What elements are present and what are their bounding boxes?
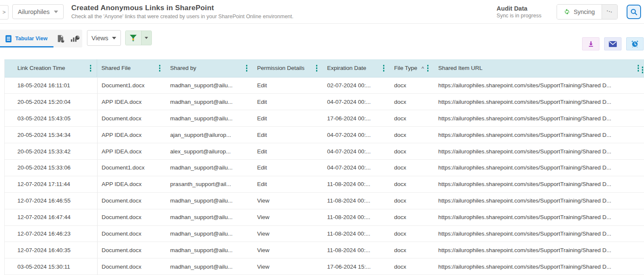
report-table-container: Link Creation TimeShared FileShared byPe… bbox=[4, 59, 644, 275]
cell-link-creation-time: 20-05-2024 15:33:06 bbox=[5, 159, 97, 176]
filter-button[interactable] bbox=[126, 31, 141, 45]
export-download-button[interactable] bbox=[582, 37, 599, 50]
cell-file-type: docx bbox=[390, 242, 434, 258]
column-menu-icon[interactable] bbox=[315, 64, 319, 73]
column-header-permission-details[interactable]: Permission Details bbox=[253, 59, 323, 77]
column-menu-icon[interactable] bbox=[426, 64, 430, 73]
cell-expiration-date: 04-07-2024 00:... bbox=[323, 127, 390, 143]
bar-pie-chart-icon bbox=[70, 34, 80, 43]
table-row: 03-05-2024 15:30:11Document.docxmadhan_s… bbox=[5, 258, 644, 275]
cell-link-creation-time: 12-07-2024 16:46:55 bbox=[5, 192, 97, 209]
cell-file-type: docx bbox=[390, 225, 434, 242]
ellipsis-icon: ••• bbox=[606, 9, 613, 14]
cell-shared-file: Document.docx bbox=[97, 192, 166, 209]
table-row: 12-07-2024 17:11:44APP IDEA.docxprasanth… bbox=[5, 176, 644, 192]
cell-permission-details: View bbox=[253, 242, 323, 258]
cell-shared-file: Document.docx bbox=[97, 225, 166, 242]
cell-permission-details: View bbox=[253, 209, 323, 225]
table-row: 12-07-2024 16:46:55Document.docxmadhan_s… bbox=[5, 192, 644, 209]
cell-expiration-date: 11-08-2024 00:... bbox=[323, 225, 390, 242]
search-button[interactable] bbox=[627, 5, 641, 19]
cell-permission-details: Edit bbox=[253, 77, 323, 94]
cell-file-type: docx bbox=[390, 258, 434, 275]
column-menu-icon[interactable] bbox=[637, 64, 640, 73]
column-header-label: Shared by bbox=[170, 65, 196, 71]
column-header-shared-item-url[interactable]: Shared Item URL bbox=[434, 59, 644, 77]
cell-shared-by: madhan_support@ailu... bbox=[166, 209, 253, 225]
schedule-report-button[interactable] bbox=[626, 37, 644, 50]
sort-ascending-icon[interactable]: ^ bbox=[421, 66, 424, 71]
cell-permission-details: View bbox=[253, 225, 323, 242]
envelope-icon bbox=[609, 41, 617, 47]
cell-link-creation-time: 20-05-2024 15:20:04 bbox=[5, 94, 97, 110]
syncing-button-label: Syncing bbox=[574, 8, 595, 15]
column-header-link-creation-time[interactable]: Link Creation Time bbox=[5, 59, 97, 77]
column-menu-icon[interactable] bbox=[89, 64, 92, 73]
table-row: 20-05-2024 15:33:06Document1.docxmadhan_… bbox=[5, 159, 644, 176]
cell-shared-file: APP IDEA.docx bbox=[97, 143, 166, 160]
report-table: Link Creation TimeShared FileShared byPe… bbox=[5, 59, 644, 275]
table-row: 12-07-2024 16:46:23Document.docxmadhan_s… bbox=[5, 225, 644, 242]
cell-file-type: docx bbox=[390, 209, 434, 225]
cell-link-creation-time: 12-07-2024 16:47:44 bbox=[5, 209, 97, 225]
view-tabstrip: Tabular View bbox=[0, 30, 82, 47]
cell-permission-details: Edit bbox=[253, 159, 323, 176]
chevron-right-icon: > bbox=[3, 9, 6, 15]
email-report-button[interactable] bbox=[604, 37, 622, 50]
cell-file-type: docx bbox=[390, 94, 434, 110]
views-dropdown-button[interactable]: Views bbox=[87, 30, 121, 46]
cell-link-creation-time: 12-07-2024 16:40:35 bbox=[5, 242, 97, 258]
cell-expiration-date: 11-08-2024 00:... bbox=[323, 209, 390, 225]
filter-funnel-icon bbox=[129, 34, 137, 42]
cell-shared-file: Document1.docx bbox=[97, 77, 166, 94]
table-row: 12-07-2024 16:47:44Document.docxmadhan_s… bbox=[5, 209, 644, 225]
cell-shared-by: madhan_support@ailu... bbox=[166, 110, 253, 127]
search-icon bbox=[630, 8, 638, 16]
cell-file-type: docx bbox=[390, 77, 434, 94]
cell-file-type: docx bbox=[390, 192, 434, 209]
cell-permission-details: View bbox=[253, 258, 323, 275]
summary-report-button[interactable] bbox=[53, 30, 68, 47]
cell-shared-item-url: https://ailurophiles.sharepoint.com/site… bbox=[434, 192, 644, 209]
column-header-shared-by[interactable]: Shared by bbox=[166, 59, 253, 77]
collapse-panel-button[interactable]: > bbox=[0, 5, 8, 19]
cell-expiration-date: 04-07-2024 00:... bbox=[323, 159, 390, 176]
document-icon bbox=[6, 35, 11, 42]
cell-expiration-date: 04-07-2024 00:... bbox=[323, 94, 390, 110]
alarm-clock-icon bbox=[631, 40, 638, 47]
cell-permission-details: Edit bbox=[253, 127, 323, 143]
tenant-selector-dropdown[interactable]: Ailurophiles bbox=[12, 4, 64, 19]
table-header: Link Creation TimeShared FileShared byPe… bbox=[5, 59, 644, 77]
top-header-bar: > Ailurophiles Created Anonymous Links i… bbox=[0, 0, 644, 24]
column-header-expiration-date[interactable]: Expiration Date bbox=[323, 59, 390, 77]
column-header-file-type[interactable]: File Type^ bbox=[390, 59, 434, 77]
column-menu-icon[interactable] bbox=[641, 65, 644, 75]
page-subtitle: Check all the 'Anyone' links that were c… bbox=[71, 14, 294, 19]
sync-more-options-button[interactable]: ••• bbox=[602, 5, 617, 19]
table-row: 20-05-2024 15:33:42APP IDEA.docxalex_sup… bbox=[5, 143, 644, 160]
report-actions bbox=[582, 37, 644, 50]
graph-view-button[interactable] bbox=[68, 30, 82, 47]
tab-tabular-view[interactable]: Tabular View bbox=[0, 30, 53, 47]
cell-shared-item-url: https://ailurophiles.sharepoint.com/site… bbox=[434, 225, 644, 242]
column-menu-icon[interactable] bbox=[245, 64, 249, 73]
column-menu-icon[interactable] bbox=[158, 64, 162, 73]
table-row: 12-07-2024 16:40:35Document.docxmadhan_s… bbox=[5, 242, 644, 258]
column-header-shared-file[interactable]: Shared File bbox=[97, 59, 166, 77]
cell-expiration-date: 17-06-2024 15:... bbox=[323, 258, 390, 275]
filter-options-caret-button[interactable] bbox=[141, 31, 151, 45]
cell-shared-by: madhan_support@ailu... bbox=[166, 225, 253, 242]
filter-button-group bbox=[125, 31, 152, 45]
column-menu-icon[interactable] bbox=[382, 64, 386, 73]
cell-shared-file: APP IDEA.docx bbox=[97, 94, 166, 110]
cell-shared-by: madhan_support@ailu... bbox=[166, 258, 253, 275]
cell-shared-file: Document1.docx bbox=[97, 159, 166, 176]
cell-expiration-date: 17-06-2024 00:... bbox=[323, 110, 390, 127]
cell-shared-file: APP IDEA.docx bbox=[97, 127, 166, 143]
cell-shared-by: madhan_support@ailu... bbox=[166, 94, 253, 110]
syncing-button[interactable]: Syncing bbox=[557, 5, 602, 19]
cell-shared-file: Document.docx bbox=[97, 209, 166, 225]
table-row: 20-05-2024 15:20:04APP IDEA.docxmadhan_s… bbox=[5, 94, 644, 110]
column-header-label: File Type bbox=[394, 65, 417, 71]
sync-status-text: Sync is in progress bbox=[497, 13, 542, 19]
